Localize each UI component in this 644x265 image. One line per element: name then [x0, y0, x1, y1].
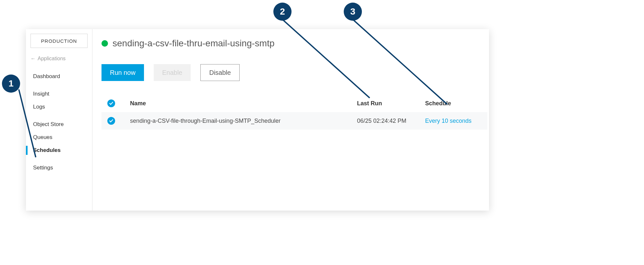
app-panel: PRODUCTION ← Applications Dashboard Insi… [26, 29, 489, 211]
main-content: sending-a-csv-file-thru-email-using-smtp… [92, 29, 489, 211]
environment-badge[interactable]: PRODUCTION [30, 34, 88, 48]
back-applications-link[interactable]: ← Applications [26, 54, 92, 66]
annotation-badge-2: 2 [273, 3, 292, 21]
sidebar-item-object-store[interactable]: Object Store [26, 118, 92, 131]
action-bar: Run now Enable Disable [101, 64, 489, 81]
sidebar-item-insight[interactable]: Insight [26, 87, 92, 100]
sidebar-item-settings[interactable]: Settings [26, 161, 92, 174]
column-select-all[interactable] [107, 99, 130, 107]
check-icon [107, 99, 115, 107]
sidebar-item-logs[interactable]: Logs [26, 100, 92, 113]
column-header-name[interactable]: Name [130, 100, 357, 107]
title-row: sending-a-csv-file-thru-email-using-smtp [101, 38, 489, 49]
sidebar-nav: Dashboard Insight Logs Object Store Queu… [26, 66, 92, 174]
arrow-left-icon: ← [30, 56, 36, 62]
row-checkbox[interactable] [107, 117, 130, 125]
row-name: sending-a-CSV-file-through-Email-using-S… [130, 118, 357, 124]
annotation-badge-3: 3 [344, 3, 362, 21]
sidebar-item-dashboard[interactable]: Dashboard [26, 70, 92, 83]
column-header-schedule[interactable]: Schedule [425, 100, 487, 107]
sidebar: PRODUCTION ← Applications Dashboard Insi… [26, 29, 92, 211]
table-header: Name Last Run Schedule [101, 95, 487, 112]
schedules-table: Name Last Run Schedule sending-a-CSV-fil… [101, 95, 487, 130]
check-icon [107, 117, 115, 125]
row-last-run: 06/25 02:24:42 PM [357, 118, 425, 124]
sidebar-item-queues[interactable]: Queues [26, 131, 92, 144]
status-indicator-icon [101, 40, 108, 47]
disable-button[interactable]: Disable [200, 64, 240, 81]
back-label: Applications [38, 56, 66, 62]
enable-button: Enable [154, 64, 191, 81]
table-row[interactable]: sending-a-CSV-file-through-Email-using-S… [101, 112, 487, 130]
column-header-last-run[interactable]: Last Run [357, 100, 425, 107]
row-schedule-link[interactable]: Every 10 seconds [425, 118, 487, 124]
annotation-badge-1: 1 [2, 75, 20, 93]
page-title: sending-a-csv-file-thru-email-using-smtp [113, 38, 275, 49]
run-now-button[interactable]: Run now [101, 64, 144, 81]
